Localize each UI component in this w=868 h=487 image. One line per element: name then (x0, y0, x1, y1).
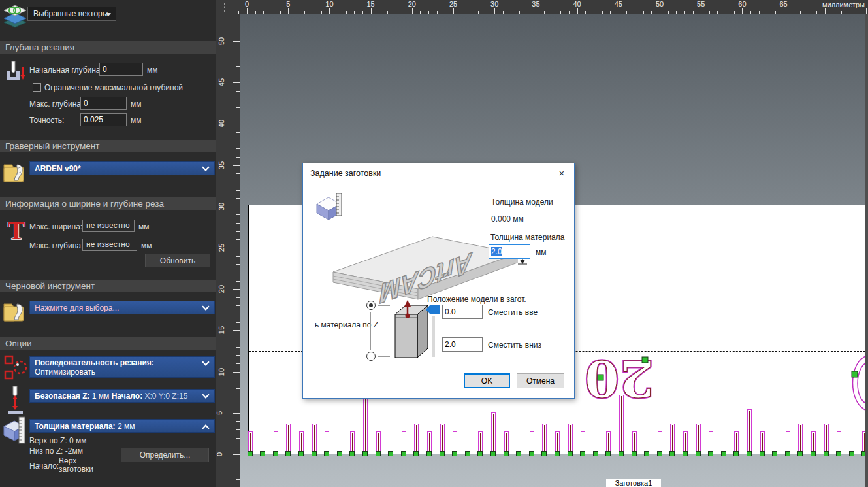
vector-node[interactable] (516, 451, 521, 456)
vector-node[interactable] (324, 451, 329, 456)
vector-node[interactable] (849, 451, 854, 456)
safe-z-selector[interactable]: Безопасная Z: 1 мм Начало: X:0 Y:0 Z:15 (29, 389, 215, 403)
vector-node[interactable] (657, 451, 662, 456)
material-thickness-selector[interactable]: Толщина материала: 2 мм (29, 419, 215, 433)
vector-tick[interactable] (850, 424, 854, 454)
define-material-button[interactable]: Определить... (121, 448, 209, 462)
vector-tick[interactable] (594, 424, 598, 454)
vector-node[interactable] (529, 451, 534, 456)
update-button[interactable]: Обновить (145, 254, 210, 267)
vector-node[interactable] (772, 451, 777, 456)
vector-tick[interactable] (747, 409, 752, 454)
vector-node[interactable] (312, 451, 317, 456)
dialog-titlebar[interactable]: Задание заготовки × (303, 163, 574, 183)
vector-node[interactable] (260, 451, 265, 456)
vector-tick[interactable] (568, 424, 573, 454)
vector-node[interactable] (504, 451, 509, 456)
vector-node[interactable] (440, 451, 445, 456)
vector-tick[interactable] (722, 424, 726, 454)
vector-node[interactable] (580, 451, 585, 456)
vector-node[interactable] (388, 451, 393, 456)
vector-node[interactable] (598, 375, 603, 380)
vector-tick[interactable] (491, 412, 496, 454)
vector-node[interactable] (248, 451, 253, 456)
vector-tick[interactable] (389, 424, 393, 454)
vector-node[interactable] (642, 357, 648, 363)
vector-arc-clipped[interactable] (845, 353, 868, 413)
vector-tick[interactable] (414, 424, 419, 454)
vector-node[interactable] (797, 451, 803, 456)
vector-node[interactable] (824, 451, 829, 456)
vector-tick[interactable] (696, 424, 701, 454)
vector-tick[interactable] (261, 424, 265, 454)
vector-node[interactable] (426, 451, 432, 456)
vector-node[interactable] (555, 451, 560, 456)
vector-tick[interactable] (773, 424, 777, 454)
vector-node[interactable] (619, 451, 624, 456)
vector-number-20[interactable]: 20 20 (583, 352, 655, 409)
vector-tick[interactable] (645, 424, 649, 454)
vector-node[interactable] (785, 451, 790, 456)
vector-node[interactable] (465, 451, 470, 456)
vector-node[interactable] (605, 451, 611, 456)
vector-tick[interactable] (286, 424, 291, 454)
position-top-radio[interactable] (366, 301, 376, 310)
max-depth-input[interactable] (80, 97, 127, 110)
vector-tick[interactable] (517, 424, 521, 454)
vector-tick[interactable] (338, 424, 342, 454)
vector-tick[interactable] (466, 424, 470, 454)
vector-node[interactable] (696, 451, 701, 456)
vector-node[interactable] (413, 451, 419, 456)
vector-node[interactable] (683, 451, 688, 456)
vector-node[interactable] (376, 451, 381, 456)
vector-node[interactable] (760, 451, 765, 456)
vector-node[interactable] (541, 451, 547, 456)
vector-node[interactable] (285, 451, 291, 456)
vector-node[interactable] (733, 451, 739, 456)
vector-node[interactable] (490, 451, 496, 456)
vector-node[interactable] (708, 451, 713, 456)
start-depth-input[interactable] (99, 63, 143, 76)
vector-node[interactable] (632, 451, 637, 456)
cancel-button[interactable]: Отмена (517, 373, 564, 388)
vector-node[interactable] (747, 451, 752, 456)
roughing-tool-selector[interactable]: Нажмите для выбора... (29, 301, 215, 314)
vector-tick[interactable] (440, 424, 445, 454)
vector-node[interactable] (349, 451, 355, 456)
sheet-tab[interactable]: Заготовка1 (606, 479, 661, 487)
vector-node[interactable] (568, 451, 573, 456)
offset-down-input[interactable] (442, 337, 483, 352)
vector-tick[interactable] (824, 424, 829, 454)
ok-button[interactable]: OK (464, 373, 510, 388)
vector-node[interactable] (452, 451, 457, 456)
position-bottom-radio[interactable] (366, 352, 376, 361)
vector-node[interactable] (811, 451, 816, 456)
vector-tick[interactable] (363, 397, 368, 454)
cut-sequence-selector[interactable]: Последовательность резания: Оптимизирова… (29, 356, 215, 378)
close-icon[interactable]: × (556, 167, 568, 179)
vector-node[interactable] (852, 371, 858, 377)
vector-tick[interactable] (798, 424, 803, 454)
vector-node[interactable] (298, 451, 304, 456)
vector-node[interactable] (401, 451, 406, 456)
tolerance-input[interactable] (80, 113, 127, 126)
vector-node[interactable] (477, 451, 483, 456)
vector-tick[interactable] (542, 424, 547, 454)
z-position-slider-track[interactable] (432, 316, 435, 357)
vector-tick[interactable] (312, 424, 317, 454)
ruler-tick (236, 264, 240, 265)
vector-node[interactable] (362, 451, 368, 456)
offset-up-input[interactable] (442, 305, 483, 319)
engraving-tool-selector[interactable]: ARDEN v90* (29, 161, 215, 175)
material-thickness-input[interactable]: 2.0 (489, 244, 530, 259)
vector-node[interactable] (273, 451, 278, 456)
vector-node[interactable] (593, 451, 598, 456)
vector-selector-dropdown[interactable]: Выбранные векторы (27, 7, 116, 21)
vector-node[interactable] (721, 451, 726, 456)
vector-node[interactable] (836, 451, 841, 456)
limit-depth-checkbox[interactable] (33, 83, 41, 92)
vector-tick[interactable] (670, 424, 675, 454)
vector-node[interactable] (669, 451, 675, 456)
vector-node[interactable] (337, 451, 342, 456)
vector-node[interactable] (644, 451, 649, 456)
